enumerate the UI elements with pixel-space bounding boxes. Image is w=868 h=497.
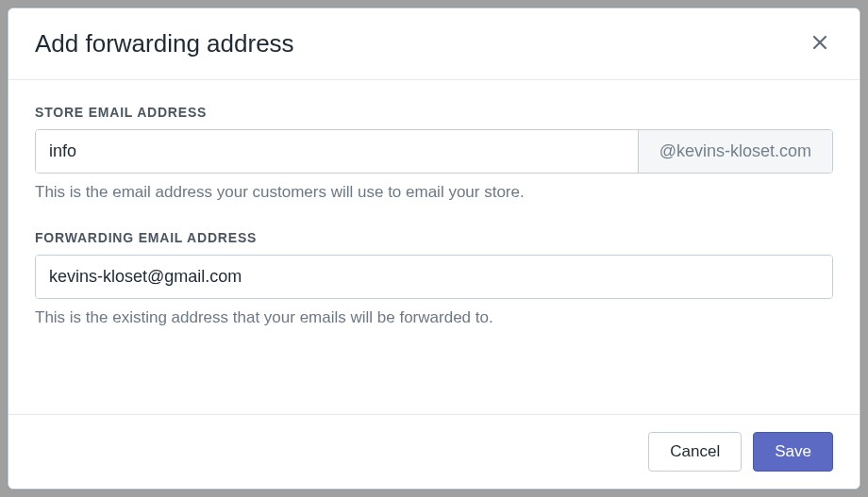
add-forwarding-address-modal: Add forwarding address Store email addre… bbox=[8, 8, 860, 489]
forwarding-email-label: Forwarding email address bbox=[35, 230, 833, 245]
forwarding-email-field-group: Forwarding email address This is the exi… bbox=[35, 230, 833, 329]
store-email-help: This is the email address your customers… bbox=[35, 181, 833, 204]
store-email-domain-suffix: @kevins-kloset.com bbox=[638, 130, 832, 173]
modal-title: Add forwarding address bbox=[35, 29, 294, 58]
close-button[interactable] bbox=[807, 29, 833, 58]
forwarding-email-input-row bbox=[35, 255, 833, 299]
forwarding-email-input[interactable] bbox=[36, 256, 832, 298]
forwarding-email-help: This is the existing address that your e… bbox=[35, 306, 833, 329]
cancel-button[interactable]: Cancel bbox=[648, 432, 742, 472]
save-button[interactable]: Save bbox=[753, 432, 833, 472]
close-icon bbox=[810, 33, 829, 55]
store-email-field-group: Store email address @kevins-kloset.com T… bbox=[35, 105, 833, 204]
modal-header: Add forwarding address bbox=[8, 8, 860, 80]
modal-footer: Cancel Save bbox=[8, 414, 860, 489]
store-email-input-row: @kevins-kloset.com bbox=[35, 129, 833, 174]
store-email-input[interactable] bbox=[36, 130, 638, 173]
store-email-label: Store email address bbox=[35, 105, 833, 120]
modal-body: Store email address @kevins-kloset.com T… bbox=[8, 80, 860, 414]
